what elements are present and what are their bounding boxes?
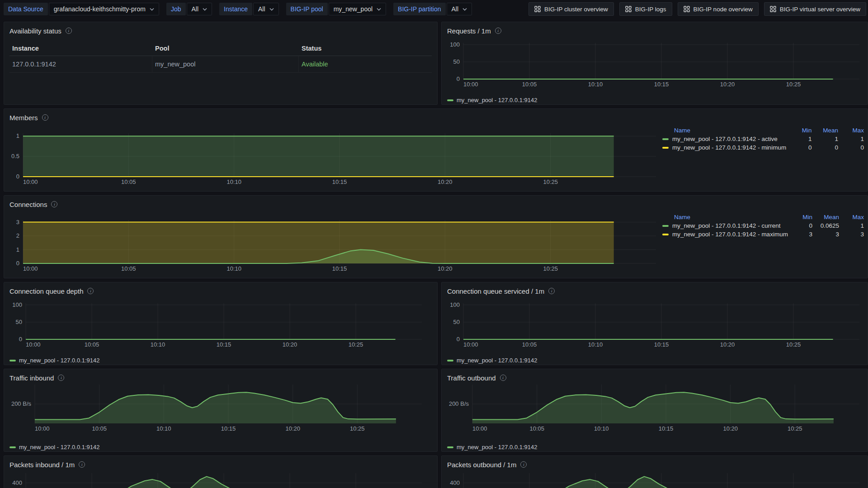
column-header-pool[interactable]: Pool <box>152 42 299 56</box>
panel-title[interactable]: Members <box>9 114 38 122</box>
x-axis-label: 10:25 <box>786 81 801 88</box>
timeseries-chart[interactable]: 40010:0010:0510:1010:1510:2010:25 <box>9 469 432 488</box>
panel-connection-queue-serviced: Connection queue serviced / 1m 05010010:… <box>441 282 868 365</box>
legend-column-min[interactable]: Min <box>790 213 814 221</box>
chart-legend: my_new_pool - 127.0.0.1:9142 <box>447 97 862 103</box>
variable-value-big-ip-pool[interactable]: my_new_pool <box>329 3 386 15</box>
x-axis-label: 10:20 <box>438 265 453 272</box>
info-icon[interactable] <box>66 28 72 34</box>
y-axis-label: 100 <box>450 41 460 48</box>
variable-current-value: my_new_pool <box>334 5 373 13</box>
x-axis-label: 10:15 <box>221 425 236 432</box>
variable-value-big-ip-partition[interactable]: All <box>447 3 472 15</box>
info-icon[interactable] <box>58 375 64 381</box>
timeseries-chart[interactable]: 40010:0010:0510:1010:1510:2010:25 <box>447 469 862 488</box>
info-icon[interactable] <box>495 28 501 34</box>
chevron-down-icon <box>150 8 154 11</box>
x-axis-label: 10:05 <box>92 425 107 432</box>
panel-title[interactable]: Requests / 1m <box>447 27 491 35</box>
timeseries-chart[interactable]: 05010010:0010:0510:1010:1510:2010:25 <box>9 296 432 357</box>
variable-label-big-ip-pool[interactable]: BIG-IP pool <box>286 3 328 15</box>
timeseries-chart[interactable]: 200 B/s10:0010:0510:1010:1510:2010:25 <box>9 383 432 443</box>
panel-title[interactable]: Traffic inbound <box>9 374 54 382</box>
panel-header: Packets outbound / 1m <box>447 460 862 469</box>
legend-item[interactable]: my_new_pool - 127.0.0.1:9142 <box>447 97 538 103</box>
chevron-down-icon <box>377 8 381 11</box>
variable-instance: InstanceAll <box>219 3 279 15</box>
panel-title[interactable]: Availability status <box>9 27 61 35</box>
x-axis-label: 10:25 <box>350 425 365 432</box>
x-axis-label: 10:15 <box>332 265 347 272</box>
legend-column-max[interactable]: Max <box>841 213 866 221</box>
panel-title[interactable]: Connection queue depth <box>9 287 83 295</box>
legend-column-mean[interactable]: Mean <box>814 213 841 221</box>
legend-max: 3 <box>841 230 866 239</box>
info-icon[interactable] <box>51 201 57 207</box>
y-axis-label: 0 <box>457 336 460 343</box>
series-color-swatch <box>447 360 453 361</box>
legend-column-name[interactable]: Name <box>660 126 788 135</box>
legend-column-min[interactable]: Min <box>788 126 813 135</box>
legend-label: my_new_pool - 127.0.0.1:9142 - active <box>672 136 778 142</box>
info-icon[interactable] <box>42 114 48 121</box>
info-icon[interactable] <box>500 375 506 381</box>
variable-value-data-source[interactable]: grafanacloud-keithschmitty-prom <box>49 3 159 15</box>
legend-min: 0 <box>790 221 814 230</box>
timeseries-chart[interactable]: 05010010:0010:0510:1010:1510:2010:25 <box>447 296 862 357</box>
variable-label-data-source[interactable]: Data Source <box>4 3 48 15</box>
panel-title[interactable]: Packets inbound / 1m <box>9 461 75 469</box>
x-axis-label: 10:25 <box>786 341 801 348</box>
legend-series-name[interactable]: my_new_pool - 127.0.0.1:9142 - active <box>662 136 786 142</box>
chart-legend: my_new_pool - 127.0.0.1:9142 <box>9 357 432 364</box>
info-icon[interactable] <box>548 288 555 294</box>
series-color-swatch <box>447 99 453 101</box>
variable-label-instance[interactable]: Instance <box>219 3 252 15</box>
x-axis-label: 10:20 <box>723 425 738 432</box>
y-axis-label: 0 <box>19 336 22 343</box>
dashboard-links: BIG-IP cluster overviewBIG-IP logsBIG-IP… <box>528 2 866 16</box>
info-icon[interactable] <box>87 288 94 294</box>
legend-item[interactable]: my_new_pool - 127.0.0.1:9142 <box>447 444 538 450</box>
y-axis-label: 100 <box>450 301 460 308</box>
dashboard-link-label: BIG-IP node overview <box>693 6 753 13</box>
x-axis-label: 10:15 <box>654 341 669 348</box>
timeseries-chart[interactable]: 05010010:0010:0510:1010:1510:2010:25 <box>447 36 862 96</box>
legend-item[interactable]: my_new_pool - 127.0.0.1:9142 <box>9 444 100 450</box>
legend-series-name[interactable]: my_new_pool - 127.0.0.1:9142 - minimum <box>662 144 786 151</box>
x-axis-label: 10:10 <box>594 425 609 432</box>
legend-column-mean[interactable]: Mean <box>814 126 840 135</box>
timeseries-chart[interactable]: 200 B/s10:0010:0510:1010:1510:2010:25 <box>447 383 862 443</box>
panel-title[interactable]: Connections <box>9 201 47 208</box>
x-axis-label: 10:15 <box>332 178 347 185</box>
variable-label-big-ip-partition[interactable]: BIG-IP partition <box>393 3 445 15</box>
column-header-status[interactable]: Status <box>299 42 432 56</box>
column-header-instance[interactable]: Instance <box>9 42 152 56</box>
legend-column-name[interactable]: Name <box>660 213 790 221</box>
variable-value-job[interactable]: All <box>187 3 212 15</box>
panel-title[interactable]: Connection queue serviced / 1m <box>447 287 544 295</box>
info-icon[interactable] <box>520 461 527 468</box>
dashboard-link-big-ip-node-overview[interactable]: BIG-IP node overview <box>678 2 759 16</box>
panel-header: Connection queue depth <box>9 286 432 296</box>
legend-item[interactable]: my_new_pool - 127.0.0.1:9142 <box>9 357 100 364</box>
panel-header: Connection queue serviced / 1m <box>447 286 862 296</box>
legend-row: my_new_pool - 127.0.0.1:9142 - current00… <box>660 221 866 230</box>
legend-series-name[interactable]: my_new_pool - 127.0.0.1:9142 - current <box>662 222 788 229</box>
legend-column-max[interactable]: Max <box>840 126 866 135</box>
legend-item[interactable]: my_new_pool - 127.0.0.1:9142 <box>447 357 538 364</box>
dashboard-link-big-ip-cluster-overview[interactable]: BIG-IP cluster overview <box>528 2 614 16</box>
legend-series-name[interactable]: my_new_pool - 127.0.0.1:9142 - maximum <box>662 231 788 238</box>
legend-table: NameMinMeanMaxmy_new_pool - 127.0.0.1:91… <box>660 126 866 152</box>
dashboard-link-big-ip-virtual-server-overview[interactable]: BIG-IP virtual server overview <box>764 2 866 16</box>
variable-value-instance[interactable]: All <box>253 3 279 15</box>
dashboard-link-label: BIG-IP virtual server overview <box>780 6 860 13</box>
cell-status: Available <box>299 56 432 73</box>
series-area <box>23 222 614 263</box>
panel-title[interactable]: Traffic outbound <box>447 374 496 382</box>
info-icon[interactable] <box>79 461 85 468</box>
dashboard-link-big-ip-logs[interactable]: BIG-IP logs <box>619 2 672 16</box>
panel-header: Requests / 1m <box>447 26 862 36</box>
variable-label-job[interactable]: Job <box>166 3 186 15</box>
panel-title[interactable]: Packets outbound / 1m <box>447 461 516 469</box>
legend-max: 1 <box>840 135 866 143</box>
